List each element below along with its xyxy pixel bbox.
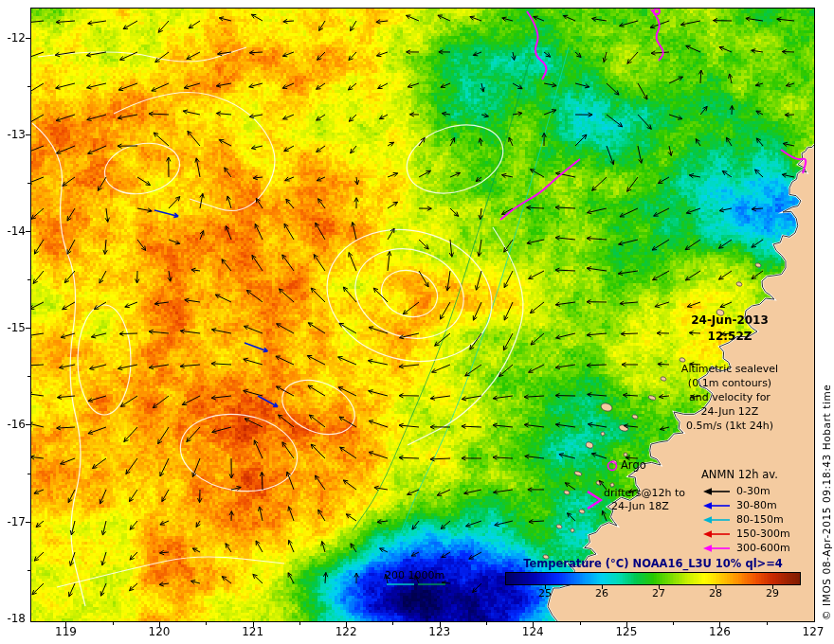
lat-tick-label: -14 (1, 224, 26, 238)
anmn-legend-item: 30-80m (703, 498, 790, 512)
lat-tick-label: -15 (1, 321, 26, 334)
colorbar-tick-label: 27 (647, 587, 670, 599)
drifters-legend: drifters@12h to 24-Jun 18Z (604, 487, 685, 513)
anmn-depth-label: 0-30m (736, 484, 771, 498)
anmn-depth-label: 80-150m (736, 512, 784, 527)
colorbar-tick-label: 28 (704, 587, 727, 599)
date-label: 24-Jun-2013 (654, 313, 806, 329)
colorbar-tick-label: 26 (590, 587, 613, 599)
argo-legend: Argo (621, 458, 646, 473)
colorbar-title: Temperature (°C) NOAA16_L3U 10% ql>=4 (477, 557, 829, 571)
lon-tick-label: 120 (142, 625, 176, 638)
altimetric-note-line: 24-Jun 12Z (654, 404, 806, 419)
sst-velocity-map-page: -12-13-14-15-16-17-18 119120121122123124… (0, 0, 834, 644)
anmn-depth-label: 30-80m (736, 498, 777, 512)
lat-tick-label: -18 (1, 612, 26, 625)
colorbar-tick-label: 29 (761, 587, 784, 599)
lon-tick-label: 122 (329, 625, 363, 638)
anmn-legend-item: 0-30m (703, 484, 790, 498)
time-label: 12:52Z (654, 329, 806, 345)
anmn-legend-title: ANMN 12h av. (701, 468, 778, 482)
altimetric-note-line: and velocity for (654, 390, 806, 404)
lat-tick-label: -12 (1, 31, 26, 45)
anmn-depth-label: 300-600m (736, 541, 790, 555)
argo-label: Argo (621, 458, 646, 472)
drifters-label-line2: 24-Jun 18Z (604, 500, 685, 513)
depth-contour-label: 200 1000m (385, 569, 444, 581)
copyright-text: © IMOS 08-Apr-2015 09:18:43 Hobart time (821, 385, 832, 620)
current-vector-arrow-icon (703, 544, 732, 553)
lon-tick-label: 127 (796, 625, 830, 638)
current-vector-arrow-icon (703, 529, 732, 539)
drifters-label-line1: drifters@12h to (604, 487, 685, 500)
lon-tick-label: 119 (48, 625, 82, 638)
lon-tick-label: 125 (609, 625, 644, 638)
anmn-depth-label: 150-300m (736, 527, 790, 541)
anmn-legend-item: 150-300m (703, 527, 790, 541)
lat-tick-label: -13 (1, 128, 26, 141)
lon-tick-label: 123 (423, 625, 457, 638)
current-vector-arrow-icon (703, 501, 732, 510)
anmn-legend-item: 80-150m (703, 512, 790, 527)
timestamp-annotation: 24-Jun-2013 12:52Z (654, 313, 806, 345)
anmn-legend-item: 300-600m (703, 541, 790, 555)
current-vector-arrow-icon (703, 515, 732, 525)
lon-tick-label: 124 (516, 625, 550, 638)
lon-tick-label: 126 (702, 625, 736, 638)
altimetric-note-line: 0.5m/s (1kt 24h) (654, 419, 806, 433)
current-vector-arrow-icon (703, 487, 732, 496)
altimetric-note-line: Altimetric sealevel (654, 362, 806, 376)
lat-tick-label: -16 (1, 418, 26, 431)
depth-contour-legend: 200 1000m (385, 568, 444, 582)
anmn-legend: 0-30m30-80m80-150m150-300m300-600m (703, 484, 790, 555)
altimetric-note-line: (0.1m contours) (654, 376, 806, 390)
colorbar-tick-label: 25 (534, 587, 556, 599)
lon-tick-label: 121 (236, 625, 270, 638)
lat-tick-label: -17 (1, 515, 26, 528)
altimetric-note: Altimetric sealevel(0.1m contours)and ve… (654, 362, 806, 433)
